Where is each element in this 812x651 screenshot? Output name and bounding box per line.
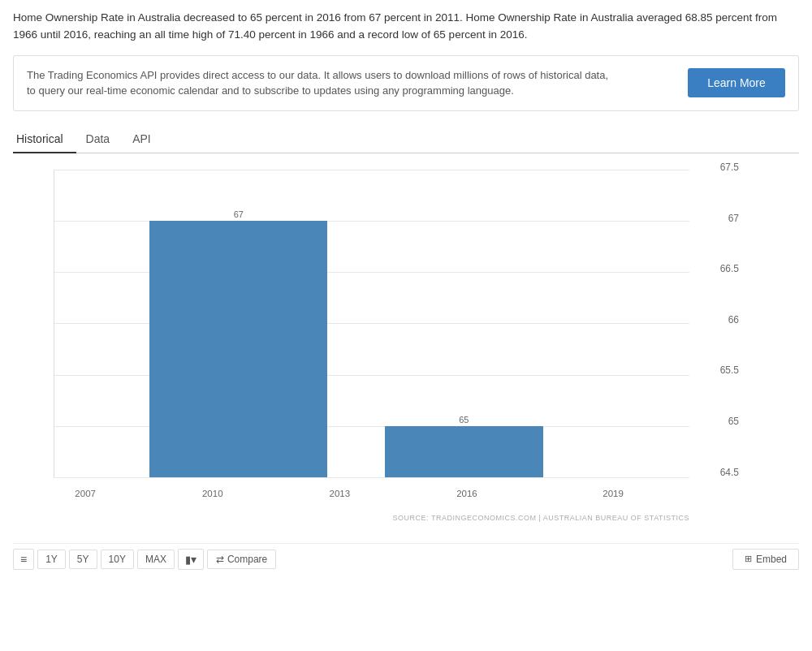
tab-api[interactable]: API xyxy=(129,126,164,153)
tabs-container: Historical Data API xyxy=(13,126,799,153)
y-axis: 67.5 67 66.5 66 65.5 65 64.5 xyxy=(693,162,742,478)
y-label-6: 64.5 xyxy=(720,467,739,478)
x-axis-labels: 2007 2010 2013 2016 2019 xyxy=(54,478,689,502)
y-label-4: 65.5 xyxy=(720,364,739,376)
bar-65 xyxy=(385,426,544,477)
y-label-1: 67 xyxy=(728,213,739,224)
x-label-2016: 2016 xyxy=(456,489,477,498)
y-label-0: 67.5 xyxy=(720,162,739,173)
api-banner-text: The Trading Economics API provides direc… xyxy=(27,67,611,99)
bar-chart-icon: ▮ xyxy=(185,554,191,566)
embed-label: Embed xyxy=(756,554,787,565)
compare-icon: ⇄ xyxy=(216,554,224,565)
chart-inner: 67.5 67 66.5 66 65.5 65 64.5 6765 2007 2… xyxy=(13,162,742,502)
x-label-2013: 2013 xyxy=(330,489,351,498)
chart-area: 67.5 67 66.5 66 65.5 65 64.5 6765 2007 2… xyxy=(13,162,799,502)
tab-data[interactable]: Data xyxy=(83,126,123,153)
chart-plot: 6765 xyxy=(54,170,689,478)
api-banner: The Trading Economics API provides direc… xyxy=(13,55,799,111)
embed-icon: ⊞ xyxy=(745,554,752,564)
embed-button[interactable]: ⊞ Embed xyxy=(732,549,799,570)
description-text: Home Ownership Rate in Australia decreas… xyxy=(13,10,799,44)
10y-button[interactable]: 10Y xyxy=(101,550,134,569)
compare-label: Compare xyxy=(227,554,267,565)
max-button[interactable]: MAX xyxy=(137,550,175,569)
bar-value-label-0: 67 xyxy=(234,209,244,219)
chart-source: SOURCE: TRADINGECONOMICS.COM | AUSTRALIA… xyxy=(393,514,689,522)
grid-line xyxy=(54,170,689,170)
x-label-2010: 2010 xyxy=(202,489,223,498)
toolbar: ≡ 1Y 5Y 10Y MAX ▮▾ ⇄ Compare ⊞ Embed xyxy=(13,543,799,575)
y-label-3: 66 xyxy=(728,314,739,326)
chart-type-button[interactable]: ▮▾ xyxy=(178,549,204,570)
list-icon-button[interactable]: ≡ xyxy=(13,549,34,570)
x-label-2019: 2019 xyxy=(603,489,624,498)
1y-button[interactable]: 1Y xyxy=(37,550,66,569)
bar-67 xyxy=(149,221,327,477)
y-label-2: 66.5 xyxy=(720,263,739,274)
compare-button[interactable]: ⇄ Compare xyxy=(207,550,276,569)
5y-button[interactable]: 5Y xyxy=(69,550,97,569)
y-label-5: 65 xyxy=(728,416,739,427)
learn-more-button[interactable]: Learn More xyxy=(688,68,785,97)
tab-historical[interactable]: Historical xyxy=(13,126,76,153)
toolbar-left: ≡ 1Y 5Y 10Y MAX ▮▾ ⇄ Compare xyxy=(13,549,276,570)
x-label-2007: 2007 xyxy=(75,489,96,498)
bar-value-label-1: 65 xyxy=(459,415,469,425)
